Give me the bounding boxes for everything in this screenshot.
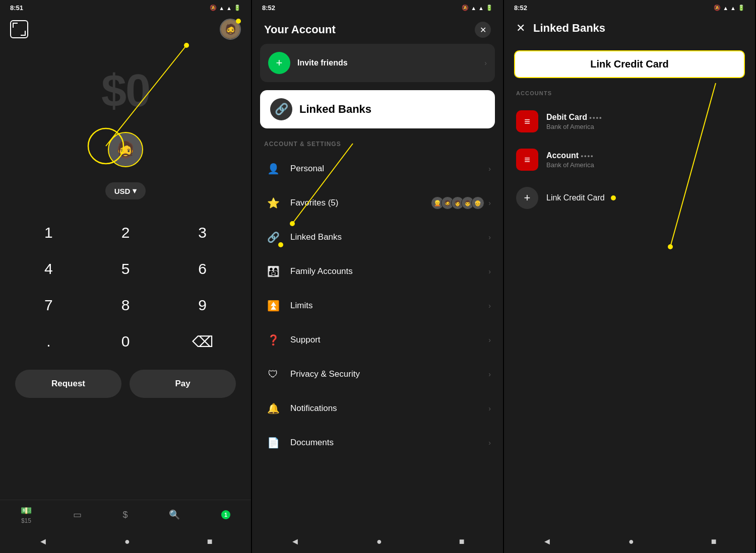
nav-search[interactable]: 🔍 bbox=[169, 509, 180, 520]
status-icons-2: 🔕 ▲ ▲ 🔋 bbox=[462, 5, 493, 11]
nav-notifications[interactable]: 1 bbox=[221, 510, 230, 519]
link-credit-card-annotation: Link Credit Card bbox=[514, 50, 745, 78]
notifications-label: Notifications bbox=[290, 403, 488, 413]
numpad-6[interactable]: 6 bbox=[164, 251, 241, 287]
support-icon: ❓ bbox=[264, 331, 282, 349]
invite-friends-card[interactable]: + Invite friends › bbox=[260, 44, 495, 82]
bottom-nav-1: 💵 $15 ▭ $ 🔍 1 bbox=[0, 500, 251, 530]
home-sys-button[interactable]: ● bbox=[124, 536, 130, 547]
battery-icon: 🔋 bbox=[234, 5, 241, 11]
pay-button[interactable]: Pay bbox=[130, 370, 236, 398]
back-sys-button-3[interactable]: ◄ bbox=[542, 536, 551, 547]
status-icons-1: 🔕 ▲ ▲ 🔋 bbox=[210, 5, 241, 11]
numpad-dot[interactable]: . bbox=[10, 323, 87, 360]
link-credit-card-row[interactable]: + Link Credit Card bbox=[504, 179, 755, 217]
home-sys-button-3[interactable]: ● bbox=[628, 536, 634, 547]
account-info: Account •••• Bank of America bbox=[546, 151, 743, 169]
menu-item-support[interactable]: ❓ Support › bbox=[252, 323, 503, 357]
personal-chevron: › bbox=[488, 165, 491, 173]
favorites-chevron: › bbox=[488, 199, 491, 207]
numpad: 1 2 3 4 5 6 7 8 9 . 0 ⌫ bbox=[10, 215, 241, 360]
numpad-7[interactable]: 7 bbox=[10, 287, 87, 323]
balance-icon: 💵 bbox=[21, 505, 32, 516]
home-sys-button-2[interactable]: ● bbox=[376, 536, 382, 547]
debit-card-item[interactable]: ≡ Debit Card •••• Bank of America bbox=[504, 102, 755, 141]
scan-icon[interactable] bbox=[10, 20, 28, 38]
numpad-1[interactable]: 1 bbox=[10, 215, 87, 251]
recent-sys-button[interactable]: ■ bbox=[207, 536, 213, 547]
family-icon: 👨‍👩‍👧 bbox=[264, 262, 282, 281]
battery-icon-3: 🔋 bbox=[738, 5, 745, 11]
support-label: Support bbox=[290, 335, 488, 345]
phone-panel-1: 8:51 🔕 ▲ ▲ 🔋 🧔 $0 🧔 USD bbox=[0, 0, 252, 553]
panel3-header: ✕ Linked Banks bbox=[504, 14, 755, 41]
avatar-container: 🧔 bbox=[220, 19, 241, 40]
menu-item-linked-banks[interactable]: 🔗 Linked Banks › bbox=[252, 220, 503, 254]
debit-card-bank: Bank of America bbox=[546, 123, 743, 130]
numpad-5[interactable]: 5 bbox=[87, 251, 164, 287]
recent-sys-button-2[interactable]: ■ bbox=[459, 536, 465, 547]
debit-card-mask: •••• bbox=[589, 114, 602, 121]
menu-item-notifications[interactable]: 🔔 Notifications › bbox=[252, 391, 503, 426]
currency-selector[interactable]: USD ▾ bbox=[105, 182, 146, 199]
numpad-2[interactable]: 2 bbox=[87, 215, 164, 251]
numpad-9[interactable]: 9 bbox=[164, 287, 241, 323]
debit-card-name: Debit Card •••• bbox=[546, 113, 743, 122]
invite-label: Invite friends bbox=[297, 58, 348, 67]
menu-item-family[interactable]: 👨‍👩‍👧 Family Accounts › bbox=[252, 254, 503, 289]
support-chevron: › bbox=[488, 336, 491, 344]
nav-balance[interactable]: 💵 $15 bbox=[21, 505, 32, 524]
notification-badge: 1 bbox=[221, 510, 230, 519]
notifications-chevron: › bbox=[488, 404, 491, 412]
card-icon: ▭ bbox=[73, 509, 82, 520]
time-2: 8:52 bbox=[262, 4, 275, 12]
linked-banks-highlight-card[interactable]: 🔗 Linked Banks bbox=[260, 90, 495, 128]
privacy-chevron: › bbox=[488, 370, 491, 378]
back-sys-button[interactable]: ◄ bbox=[38, 536, 47, 547]
linked-banks-highlight-icon: 🔗 bbox=[270, 98, 292, 120]
chevron-down-icon: ▾ bbox=[133, 186, 137, 195]
numpad-8[interactable]: 8 bbox=[87, 287, 164, 323]
menu-item-favorites[interactable]: ⭐ Favorites (5) 👱 🧔 👩 👨 👴 › bbox=[252, 186, 503, 220]
plus-icon: + bbox=[516, 187, 538, 209]
documents-label: Documents bbox=[290, 438, 488, 448]
time-1: 8:51 bbox=[10, 4, 23, 12]
boa-account-logo: ≡ bbox=[516, 149, 538, 171]
system-nav-3: ◄ ● ■ bbox=[504, 530, 755, 553]
recent-sys-button-3[interactable]: ■ bbox=[711, 536, 717, 547]
personal-icon: 👤 bbox=[264, 160, 282, 178]
profile-avatar[interactable]: 🧔 bbox=[108, 132, 143, 167]
privacy-icon: 🛡 bbox=[264, 365, 282, 383]
menu-item-personal[interactable]: 👤 Personal › bbox=[252, 152, 503, 186]
request-button[interactable]: Request bbox=[15, 370, 121, 398]
back-button[interactable]: ✕ bbox=[516, 22, 525, 35]
limits-chevron: › bbox=[488, 302, 491, 310]
wifi-icon: ▲ bbox=[226, 5, 232, 11]
link-cc-yellow-dot bbox=[611, 195, 616, 200]
sound-icon: 🔕 bbox=[210, 5, 217, 11]
close-button[interactable]: ✕ bbox=[475, 22, 491, 38]
debit-card-info: Debit Card •••• Bank of America bbox=[546, 113, 743, 130]
time-3: 8:52 bbox=[514, 4, 527, 12]
dollar-icon: $ bbox=[122, 510, 128, 520]
numpad-3[interactable]: 3 bbox=[164, 215, 241, 251]
account-name: Account •••• bbox=[546, 151, 743, 160]
numpad-backspace[interactable]: ⌫ bbox=[164, 323, 241, 360]
favorites-icon: ⭐ bbox=[264, 194, 282, 212]
phone-panel-2: 8:52 🔕 ▲ ▲ 🔋 Your Account ✕ + Invite fri… bbox=[252, 0, 504, 553]
signal-icon-3: ▲ bbox=[723, 5, 728, 11]
nav-home[interactable]: $ bbox=[122, 510, 128, 520]
linked-banks-label: Linked Banks bbox=[290, 232, 488, 242]
sound-icon-2: 🔕 bbox=[462, 5, 469, 11]
menu-item-documents[interactable]: 📄 Documents › bbox=[252, 426, 503, 460]
nav-card[interactable]: ▭ bbox=[73, 509, 82, 520]
documents-chevron: › bbox=[488, 439, 491, 447]
numpad-0[interactable]: 0 bbox=[87, 323, 164, 360]
account-item[interactable]: ≡ Account •••• Bank of America bbox=[504, 141, 755, 179]
numpad-4[interactable]: 4 bbox=[10, 251, 87, 287]
personal-label: Personal bbox=[290, 164, 488, 174]
back-sys-button-2[interactable]: ◄ bbox=[290, 536, 299, 547]
menu-item-privacy[interactable]: 🛡 Privacy & Security › bbox=[252, 357, 503, 391]
menu-item-limits[interactable]: ⏫ Limits › bbox=[252, 289, 503, 323]
nav-balance-label: $15 bbox=[21, 517, 31, 524]
